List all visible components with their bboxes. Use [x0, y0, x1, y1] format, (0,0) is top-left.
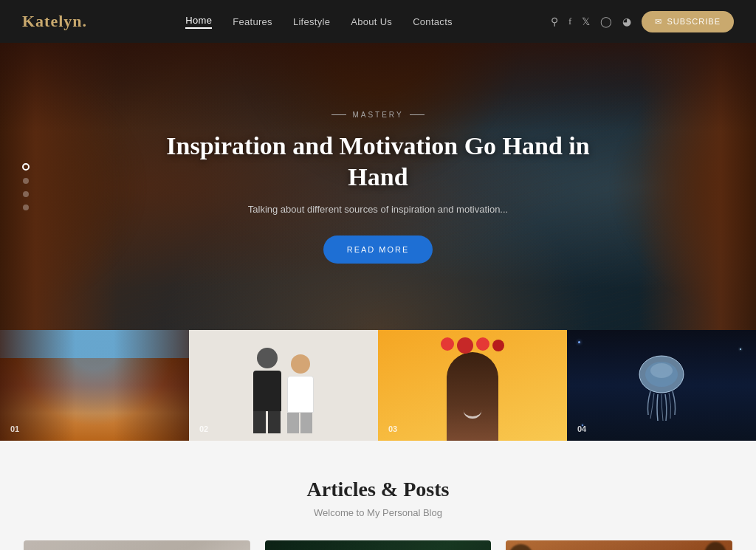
logo-text: Katelyn — [22, 12, 83, 30]
nav-lifestyle[interactable]: Lifestyle — [293, 16, 330, 27]
portrait-face — [447, 352, 498, 441]
jellyfish-svg — [632, 348, 691, 422]
section-subtitle: Welcome to My Personal Blog — [22, 507, 734, 518]
gallery-bg-4 — [567, 330, 756, 441]
slider-dot-2[interactable] — [23, 178, 29, 184]
gallery-item-4[interactable]: 04 — [567, 330, 756, 441]
leg-right — [268, 411, 281, 433]
leg-left — [253, 411, 266, 433]
hero-subtitle: Talking about different sources of inspi… — [157, 204, 599, 215]
jellyfish-container — [567, 330, 756, 441]
flower-2 — [457, 337, 473, 354]
logo[interactable]: Katelyn. — [22, 12, 87, 31]
leg-right-f — [300, 413, 312, 433]
gallery-item-2[interactable]: 02 — [189, 330, 378, 441]
gallery-bg-1 — [0, 330, 189, 441]
legs-male — [253, 411, 281, 433]
svg-point-2 — [650, 363, 673, 378]
hero-title: Inspiration and Motivation Go Hand in Ha… — [157, 131, 599, 193]
gallery-bg-2 — [189, 330, 378, 441]
card-overlay-recent: RECENT POSTS — [506, 540, 732, 550]
flower-3 — [476, 337, 489, 351]
subscribe-button[interactable]: ✉ SUBSCRIBE — [642, 11, 734, 32]
main-nav: Home Features Lifestyle About Us Contact… — [185, 15, 453, 29]
subscribe-label: SUBSCRIBE — [667, 17, 721, 26]
article-card-recent[interactable]: RECENT POSTS — [506, 540, 732, 550]
header-right: ⚲ f 𝕏 ◯ ◕ ✉ SUBSCRIBE — [551, 11, 734, 32]
gallery-bg-3 — [378, 330, 567, 441]
article-card-about[interactable]: ABOUT ME — [265, 540, 492, 550]
instagram-icon[interactable]: ◯ — [600, 16, 612, 28]
leg-left-f — [287, 413, 299, 433]
nav-contacts[interactable]: Contacts — [413, 16, 453, 27]
section-header: Articles & Posts Welcome to My Personal … — [22, 478, 734, 518]
slider-dots — [22, 163, 30, 210]
article-card-popular[interactable]: POPULAR POSTS — [24, 540, 250, 550]
gallery-num-2: 02 — [199, 424, 208, 433]
card-overlay-popular: POPULAR POSTS — [24, 540, 250, 550]
articles-section: Articles & Posts Welcome to My Personal … — [0, 441, 756, 550]
slider-dot-3[interactable] — [23, 191, 29, 197]
gallery-item-1[interactable]: 01 — [0, 330, 189, 441]
slider-dot-4[interactable] — [23, 204, 29, 210]
read-more-button[interactable]: READ MORE — [323, 236, 433, 264]
slider-dot-1[interactable] — [22, 163, 30, 171]
head-female — [291, 354, 310, 374]
canyon-shadow-right — [114, 330, 189, 441]
rss-icon[interactable]: ◕ — [622, 16, 631, 28]
articles-grid: POPULAR POSTS — [24, 540, 732, 550]
figure-female — [287, 354, 314, 433]
flowers — [441, 337, 504, 354]
gallery-strip: 01 — [0, 330, 756, 441]
flower-1 — [441, 337, 454, 351]
head-male — [257, 348, 278, 368]
header: Katelyn. Home Features Lifestyle About U… — [0, 0, 756, 43]
flower-4 — [492, 340, 504, 351]
sparkle-2 — [740, 348, 741, 350]
sparkle-1 — [578, 341, 580, 343]
gallery-item-3[interactable]: 03 — [378, 330, 567, 441]
nav-features[interactable]: Features — [233, 16, 272, 27]
search-icon[interactable]: ⚲ — [551, 16, 558, 28]
section-title: Articles & Posts — [22, 478, 734, 501]
hero-section: MASTERY Inspiration and Motivation Go Ha… — [0, 43, 756, 331]
card-overlay-about: ABOUT ME — [265, 540, 492, 550]
hero-content: MASTERY Inspiration and Motivation Go Ha… — [157, 111, 599, 264]
nav-about[interactable]: About Us — [351, 16, 392, 27]
torso-female — [287, 376, 314, 413]
hero-category: MASTERY — [157, 111, 599, 119]
fashion-figures — [253, 337, 314, 433]
torso-male — [253, 371, 281, 411]
gallery-num-1: 01 — [10, 424, 19, 433]
legs-female — [287, 413, 314, 433]
facebook-icon[interactable]: f — [568, 16, 571, 27]
gallery-num-3: 03 — [388, 424, 397, 433]
twitter-icon[interactable]: 𝕏 — [582, 16, 590, 28]
subscribe-icon: ✉ — [655, 17, 662, 27]
nav-home[interactable]: Home — [185, 15, 212, 29]
gallery-num-4: 04 — [577, 424, 586, 433]
logo-dot: . — [83, 12, 88, 30]
figure-male — [253, 348, 281, 433]
